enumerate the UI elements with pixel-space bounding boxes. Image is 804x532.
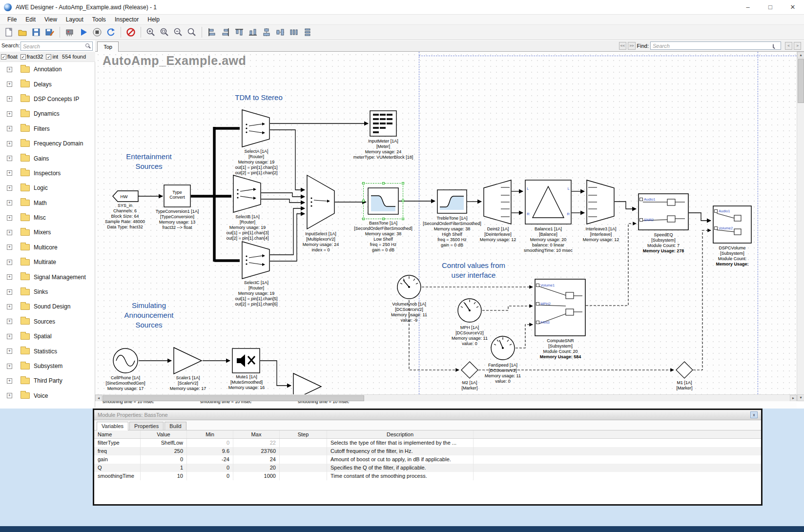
float-checkbox[interactable]: ✓ xyxy=(1,54,6,60)
library-folder-dsp-concepts-ip[interactable]: +DSP Concepts IP xyxy=(0,92,95,106)
expand-icon[interactable]: + xyxy=(7,170,12,176)
expand-icon[interactable]: + xyxy=(7,156,12,161)
design-canvas[interactable]: AutoAmp_Example.awd xyxy=(95,52,797,394)
tab-build[interactable]: Build xyxy=(165,422,186,430)
distribute-horizontal-icon[interactable] xyxy=(288,26,300,39)
tab-variables[interactable]: Variables xyxy=(97,422,128,430)
new-file-icon[interactable] xyxy=(2,26,15,39)
maximize-button[interactable]: □ xyxy=(759,0,782,15)
block-input-select[interactable] xyxy=(307,175,335,231)
zoom-in-icon[interactable] xyxy=(144,26,157,39)
block-type-conversion1[interactable]: Type Convert xyxy=(164,184,191,209)
block-speed-eq[interactable]: Audio1 SNR2 xyxy=(638,193,689,232)
expand-icon[interactable]: + xyxy=(7,260,12,265)
library-folder-logic[interactable]: +Logic xyxy=(0,181,95,195)
block-mute1[interactable] xyxy=(232,348,260,375)
library-folder-signal-management[interactable]: +Signal Management xyxy=(0,269,95,284)
find-input[interactable] xyxy=(650,41,781,50)
block-volume-knob[interactable] xyxy=(396,274,422,302)
scroll-up-arrow[interactable]: ▴ xyxy=(797,52,804,59)
expand-icon[interactable]: + xyxy=(7,230,12,235)
center-horizontal-icon[interactable] xyxy=(260,26,273,39)
expand-icon[interactable]: + xyxy=(7,111,12,117)
center-vertical-icon[interactable] xyxy=(274,26,287,39)
int-checkbox[interactable]: ✓ xyxy=(46,54,51,60)
expand-icon[interactable]: + xyxy=(7,334,12,339)
block-interleave3[interactable] xyxy=(586,180,615,226)
canvas-vertical-scrollbar[interactable]: ▴ ▾ xyxy=(797,52,804,401)
library-folder-sources[interactable]: +Sources xyxy=(0,314,95,329)
menu-tools[interactable]: Tools xyxy=(88,16,110,23)
library-folder-sound-design[interactable]: +Sound Design xyxy=(0,299,95,314)
stop-icon[interactable] xyxy=(91,26,103,39)
library-folder-statistics[interactable]: +Statistics xyxy=(0,344,95,358)
distribute-vertical-icon[interactable] xyxy=(301,26,314,39)
find-next-button[interactable]: > xyxy=(794,42,801,50)
close-panel-icon[interactable]: x xyxy=(750,411,758,418)
block-sys-in[interactable]: HW xyxy=(112,190,139,204)
properties-header[interactable]: Module Properties: BassTone x xyxy=(94,410,761,420)
library-folder-spatial[interactable]: +Spatial xyxy=(0,329,95,344)
halt-icon[interactable] xyxy=(124,26,137,39)
refresh-icon[interactable] xyxy=(104,26,117,39)
expand-icon[interactable]: + xyxy=(7,304,12,309)
block-m1[interactable] xyxy=(676,361,693,381)
block-deint2[interactable] xyxy=(483,180,512,226)
align-right-icon[interactable] xyxy=(219,26,232,39)
library-folder-voice[interactable]: +Voice xyxy=(0,389,95,403)
scroll-right-arrow[interactable]: ▸ xyxy=(790,395,797,402)
library-folder-mixers[interactable]: +Mixers xyxy=(0,225,95,240)
expand-icon[interactable]: + xyxy=(7,364,12,369)
expand-icon[interactable]: + xyxy=(7,378,12,384)
library-folder-gains[interactable]: +Gains xyxy=(0,151,95,165)
minimize-button[interactable]: – xyxy=(737,0,759,15)
align-bottom-icon[interactable] xyxy=(247,26,259,39)
library-folder-subsystem[interactable]: +Subsystem xyxy=(0,359,95,373)
expand-icon[interactable]: + xyxy=(7,319,12,324)
module-search-input[interactable] xyxy=(21,41,93,51)
library-folder-multirate[interactable]: +Multirate xyxy=(0,255,95,269)
block-select-a[interactable] xyxy=(242,109,270,149)
expand-icon[interactable]: + xyxy=(7,141,12,146)
table-row-freq[interactable]: freq 250 9.6 23760 Cutoff frequency of t… xyxy=(94,447,761,455)
library-folder-delays[interactable]: +Delays xyxy=(0,77,95,91)
library-folder-annotation[interactable]: +Annotation xyxy=(0,62,95,77)
find-prev-all-button[interactable]: << xyxy=(619,42,626,50)
block-balance1[interactable]: L R L R xyxy=(525,180,572,226)
expand-icon[interactable]: + xyxy=(7,289,12,295)
scroll-left-arrow[interactable]: ◂ xyxy=(95,395,102,402)
close-button[interactable]: ✕ xyxy=(782,0,804,15)
library-folder-dynamics[interactable]: +Dynamics xyxy=(0,106,95,121)
horizontal-scroll-thumb[interactable] xyxy=(103,395,364,401)
block-partial-scaler[interactable] xyxy=(293,373,322,394)
table-row-filtertype[interactable]: filterType ShelfLow 0 22 Selects the typ… xyxy=(94,439,761,447)
library-folder-inspectors[interactable]: +Inspectors xyxy=(0,166,95,181)
expand-icon[interactable]: + xyxy=(7,245,12,250)
expand-icon[interactable]: + xyxy=(7,126,12,131)
table-row-q[interactable]: Q 1 0 20 Specifies the Q of the filter, … xyxy=(94,464,761,472)
block-select-c[interactable] xyxy=(242,241,270,281)
expand-icon[interactable]: + xyxy=(7,215,12,221)
expand-icon[interactable]: + xyxy=(7,185,12,191)
save-file-icon[interactable] xyxy=(30,26,42,39)
table-row-gain[interactable]: gain 0 -24 24 Amount of boost or cut to … xyxy=(94,455,761,464)
open-file-icon[interactable] xyxy=(16,26,29,39)
library-folder-misc[interactable]: +Misc xyxy=(0,210,95,225)
expand-icon[interactable]: + xyxy=(7,200,12,205)
find-prev-button[interactable]: < xyxy=(785,42,792,50)
expand-icon[interactable]: + xyxy=(7,348,12,354)
scroll-down-arrow[interactable]: ▾ xyxy=(797,394,804,401)
block-bass-tone[interactable] xyxy=(368,187,399,217)
block-compute-snr[interactable]: Volume1 MPH2 FAN3 xyxy=(535,279,586,338)
block-dspc-volume[interactable]: Audio1 Volume2 xyxy=(713,205,752,246)
block-fan-speed[interactable] xyxy=(490,335,515,363)
menu-layout[interactable]: Layout xyxy=(62,16,88,23)
expand-icon[interactable]: + xyxy=(7,67,12,72)
library-folder-third-party[interactable]: +Third Party xyxy=(0,373,95,388)
library-folder-math[interactable]: +Math xyxy=(0,196,95,210)
menu-view[interactable]: View xyxy=(40,16,62,23)
expand-icon[interactable]: + xyxy=(7,82,12,87)
zoom-fit-icon[interactable] xyxy=(158,26,171,39)
menu-inspector[interactable]: Inspector xyxy=(110,16,143,23)
align-top-icon[interactable] xyxy=(233,26,246,39)
